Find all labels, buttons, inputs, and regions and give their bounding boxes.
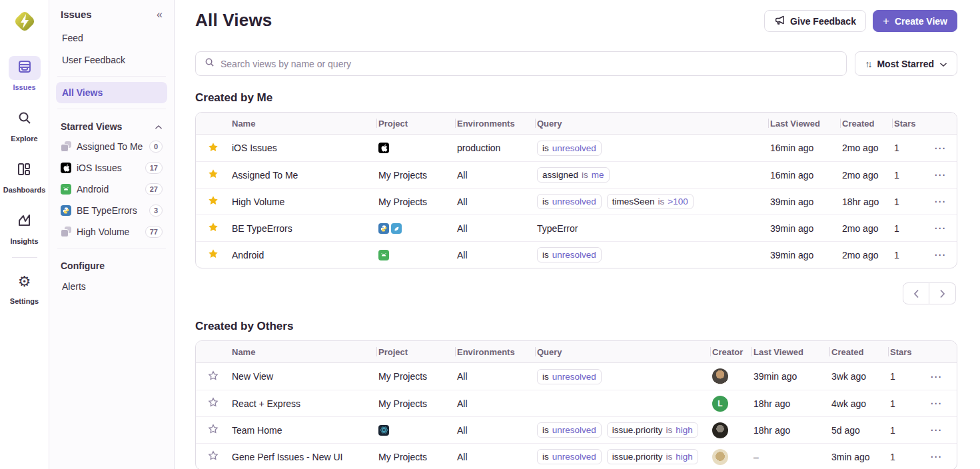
table-row[interactable]: New View My Projects All isunresolved 39…: [196, 363, 957, 390]
created-value: 2mo ago: [842, 223, 878, 234]
chevron-down-icon: [939, 59, 947, 69]
previous-page-button[interactable]: [903, 282, 929, 304]
search-input[interactable]: [221, 59, 837, 69]
sort-dropdown[interactable]: ↑↓ Most Starred: [855, 51, 957, 76]
configure-header: Configure: [61, 260, 105, 271]
apple-icon: [378, 143, 389, 153]
table-row[interactable]: Team Home All isunresolved issue.priorit…: [196, 416, 957, 443]
view-name-link[interactable]: iOS Issues: [232, 143, 277, 153]
rail-item-insights[interactable]: Insights: [9, 210, 41, 245]
sidebar-item-feed[interactable]: Feed: [56, 27, 167, 49]
next-page-button[interactable]: [929, 282, 956, 304]
table-row[interactable]: Assigned To Me My Projects All assignedi…: [196, 161, 957, 188]
stars-count: 1: [889, 452, 929, 462]
app-root: Issues Explore Dashboards Insight: [0, 0, 980, 469]
view-name-link[interactable]: High Volume: [232, 197, 284, 207]
star-outline-icon[interactable]: [208, 450, 219, 463]
count-badge: 77: [145, 226, 163, 238]
query-value: isunresolved: [536, 141, 769, 156]
starred-view-android[interactable]: Android 27: [56, 179, 167, 200]
view-name-link[interactable]: Team Home: [232, 425, 282, 436]
row-actions-menu[interactable]: ⋯: [934, 169, 946, 181]
row-actions-menu[interactable]: ⋯: [934, 142, 946, 155]
react-icon: [378, 425, 389, 436]
rail-divider: [12, 257, 37, 258]
issues-icon: [17, 59, 33, 77]
starred-view-be-typeerrors[interactable]: BE TypeErrors 3: [56, 200, 167, 221]
created-value: 3min ago: [831, 452, 870, 462]
table-row[interactable]: Android All isunresolved 39min ago 2mo a…: [196, 241, 957, 268]
chevron-up-icon[interactable]: [155, 121, 163, 132]
star-outline-icon[interactable]: [208, 370, 219, 383]
star-filled-icon[interactable]: [208, 248, 219, 261]
query-value: assignedisme: [536, 167, 769, 183]
rail-item-issues[interactable]: Issues: [9, 56, 41, 91]
sidebar-item-user-feedback[interactable]: User Feedback: [56, 49, 167, 71]
count-badge: 0: [149, 141, 163, 153]
query-chip: issue.priorityishigh: [607, 449, 698, 464]
rail-item-explore[interactable]: Explore: [9, 107, 41, 143]
row-actions-menu[interactable]: ⋯: [930, 450, 942, 463]
rail-item-settings[interactable]: ⚙ Settings: [9, 270, 41, 305]
row-actions-menu[interactable]: ⋯: [934, 248, 946, 261]
divider: [57, 76, 166, 77]
gear-icon: ⚙: [18, 274, 31, 289]
view-name-link[interactable]: React + Express: [232, 398, 300, 409]
col-stars: Stars: [893, 119, 933, 129]
star-filled-icon[interactable]: [208, 142, 219, 155]
stars-count: 1: [893, 170, 933, 181]
star-outline-icon[interactable]: [208, 397, 219, 410]
row-actions-menu[interactable]: ⋯: [930, 397, 942, 410]
star-outline-icon[interactable]: [208, 424, 219, 436]
rail-item-dashboards[interactable]: Dashboards: [3, 159, 46, 194]
star-filled-icon[interactable]: [208, 195, 219, 208]
table-row[interactable]: iOS Issues production isunresolved 16min…: [196, 135, 957, 161]
star-filled-icon[interactable]: [208, 222, 219, 234]
row-actions-menu[interactable]: ⋯: [934, 195, 946, 208]
page-title: All Views: [195, 10, 272, 31]
project-value: My Projects: [377, 170, 456, 181]
count-badge: 3: [149, 205, 163, 217]
sidebar-item-all-views[interactable]: All Views: [56, 82, 167, 103]
view-name-link[interactable]: BE TypeErrors: [232, 223, 292, 234]
table-row[interactable]: Gene Perf Issues - New UI My Projects Al…: [196, 443, 957, 469]
view-name-link[interactable]: Android: [232, 250, 264, 260]
table-row[interactable]: High Volume My Projects All isunresolved…: [196, 188, 957, 215]
col-query: Query: [536, 347, 711, 357]
created-by-me-table: Name Project Environments Query Last Vie…: [195, 112, 957, 268]
starred-view-ios-issues[interactable]: iOS Issues 17: [56, 157, 167, 179]
row-actions-menu[interactable]: ⋯: [930, 424, 942, 436]
starred-view-high-volume[interactable]: High Volume 77: [56, 221, 167, 242]
primary-nav-rail: Issues Explore Dashboards Insight: [0, 0, 49, 469]
count-badge: 27: [145, 183, 163, 195]
project-value: My Projects: [377, 197, 456, 207]
environments-value: All: [456, 250, 536, 260]
environments-value: All: [456, 170, 536, 181]
query-value: isunresolved: [536, 369, 711, 384]
view-name-link[interactable]: Assigned To Me: [232, 170, 298, 181]
rail-label: Dashboards: [3, 186, 46, 194]
sentry-logo-icon[interactable]: [11, 8, 38, 37]
table-row[interactable]: BE TypeErrors All TypeError 39min ago 2m…: [196, 215, 957, 241]
create-view-button[interactable]: + Create View: [873, 10, 957, 32]
last-viewed-value: 16min ago: [770, 170, 813, 181]
star-filled-icon[interactable]: [208, 169, 219, 181]
view-name-link[interactable]: New View: [232, 371, 273, 382]
give-feedback-button[interactable]: Give Feedback: [764, 10, 866, 32]
search-container: [195, 51, 847, 76]
sidebar-item-alerts[interactable]: Alerts: [56, 276, 167, 297]
query-value: isunresolved issue.priorityishigh: [536, 449, 711, 464]
col-last-viewed: Last Viewed: [752, 347, 830, 357]
table-row[interactable]: React + Express My Projects All L 18hr a…: [196, 390, 957, 416]
section-title-created-by-me: Created by Me: [195, 91, 957, 105]
query-chip: assignedisme: [537, 167, 610, 183]
starred-view-assigned-to-me[interactable]: Assigned To Me 0: [56, 136, 167, 157]
creator-avatar: [712, 422, 728, 438]
last-viewed-value: 18hr ago: [753, 425, 790, 436]
row-actions-menu[interactable]: ⋯: [930, 370, 942, 383]
collapse-sidebar-icon[interactable]: «: [157, 9, 163, 20]
query-chip: isunresolved: [537, 141, 602, 156]
row-actions-menu[interactable]: ⋯: [934, 222, 946, 234]
last-viewed-value: –: [753, 452, 759, 462]
view-name-link[interactable]: Gene Perf Issues - New UI: [232, 452, 343, 462]
